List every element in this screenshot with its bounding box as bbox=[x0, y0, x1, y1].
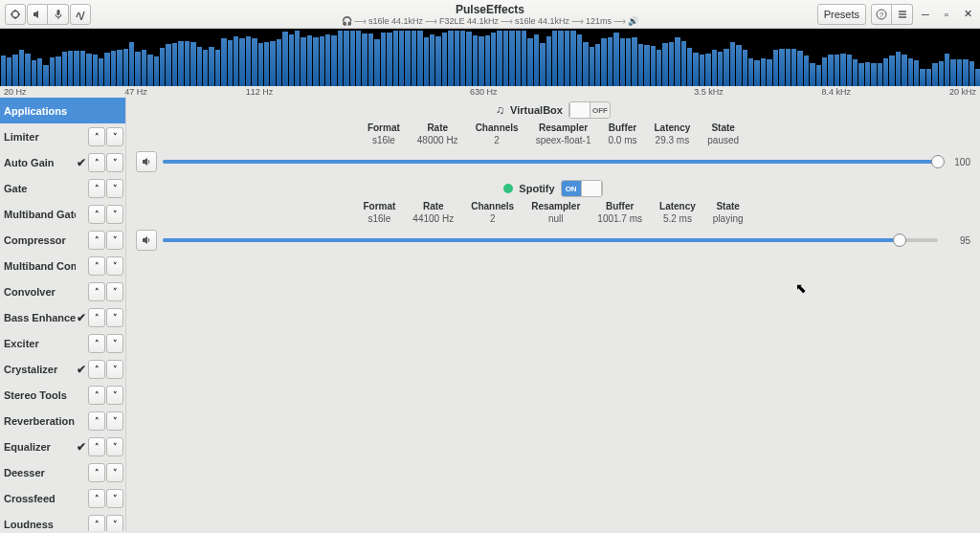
sidebar-item-label: Compressor bbox=[4, 234, 76, 246]
move-up-button[interactable]: ˄ bbox=[88, 308, 105, 327]
move-up-button[interactable]: ˄ bbox=[88, 437, 105, 456]
sidebar-item-label: Deesser bbox=[4, 467, 76, 478]
app-stats: Formats16leRate48000 HzChannels2Resample… bbox=[136, 122, 970, 145]
app-name: Spotify bbox=[519, 183, 554, 194]
app-enable-switch[interactable]: ON bbox=[561, 180, 603, 197]
move-down-button[interactable]: ˅ bbox=[106, 256, 123, 276]
sidebar-item-label: Gate bbox=[4, 183, 76, 194]
frequency-axis: 20 Hz 47 Hz 112 Hz 630 Hz 3.5 kHz 8.4 kH… bbox=[0, 86, 980, 98]
move-up-button[interactable]: ˄ bbox=[88, 282, 105, 301]
move-up-button[interactable]: ˄ bbox=[88, 179, 105, 198]
stat-channels: Channels2 bbox=[471, 201, 514, 224]
sidebar-item-label: Convolver bbox=[4, 286, 76, 298]
hamburger-button[interactable] bbox=[892, 4, 913, 25]
sidebar-item-compressor[interactable]: Compressor˄˅ bbox=[0, 227, 125, 253]
sidebar-item-reverberation[interactable]: Reverberation˄˅ bbox=[0, 408, 125, 433]
enabled-check: ✔ bbox=[76, 363, 87, 376]
enabled-check: ✔ bbox=[76, 156, 87, 169]
stat-latency: Latency29.3 ms bbox=[654, 122, 690, 145]
microphone-tab[interactable] bbox=[48, 4, 69, 25]
spotify-icon bbox=[503, 184, 513, 193]
maximize-button[interactable]: ▫ bbox=[938, 6, 955, 23]
sidebar-item-convolver[interactable]: Convolver˄˅ bbox=[0, 278, 125, 304]
sidebar-item-equalizer[interactable]: Equalizer✔˄˅ bbox=[0, 433, 125, 459]
sidebar-item-stereo-tools[interactable]: Stereo Tools˄˅ bbox=[0, 382, 125, 408]
move-up-button[interactable]: ˄ bbox=[88, 256, 105, 276]
move-up-button[interactable]: ˄ bbox=[88, 515, 105, 532]
move-up-button[interactable]: ˄ bbox=[88, 360, 105, 379]
sidebar-item-crystalizer[interactable]: Crystalizer✔˄˅ bbox=[0, 356, 125, 382]
move-down-button[interactable]: ˅ bbox=[106, 282, 123, 301]
sidebar-item-loudness[interactable]: Loudness˄˅ bbox=[0, 511, 125, 531]
move-down-button[interactable]: ˅ bbox=[106, 411, 123, 431]
pipeline-info: 🎧 ⟶s16le 44.1kHz ⟶F32LE 44.1kHz ⟶s16le 4… bbox=[342, 16, 638, 26]
move-down-button[interactable]: ˅ bbox=[106, 179, 123, 198]
spectrum-analyzer bbox=[0, 29, 980, 86]
move-down-button[interactable]: ˅ bbox=[106, 205, 123, 224]
sidebar-item-multiband-gate[interactable]: Multiband Gate˄˅ bbox=[0, 201, 125, 227]
move-down-button[interactable]: ˅ bbox=[106, 360, 123, 379]
volume-slider[interactable] bbox=[163, 153, 938, 170]
move-down-button[interactable]: ˅ bbox=[106, 437, 123, 456]
sidebar-item-bass-enhancer[interactable]: Bass Enhancer✔˄˅ bbox=[0, 304, 125, 330]
volume-row: 100 bbox=[136, 151, 970, 172]
app-block-virtualbox: ♫VirtualBoxOFFFormats16leRate48000 HzCha… bbox=[136, 101, 970, 172]
sidebar-item-label: Applications bbox=[4, 105, 123, 117]
speakers-tab[interactable] bbox=[27, 4, 48, 25]
sidebar-item-label: Multiband Gate bbox=[4, 209, 76, 220]
stat-latency: Latency5.2 ms bbox=[659, 201, 696, 224]
volume-value: 95 bbox=[944, 235, 970, 246]
move-down-button[interactable]: ˅ bbox=[106, 386, 123, 405]
move-up-button[interactable]: ˄ bbox=[88, 231, 105, 250]
move-down-button[interactable]: ˅ bbox=[106, 231, 123, 250]
app-header: SpotifyON bbox=[136, 180, 970, 197]
music-note-icon: ♫ bbox=[496, 103, 504, 117]
move-down-button[interactable]: ˅ bbox=[106, 489, 123, 508]
app-header: ♫VirtualBoxOFF bbox=[136, 101, 970, 119]
volume-value: 100 bbox=[944, 157, 970, 167]
volume-slider[interactable] bbox=[163, 232, 938, 249]
stat-format: Formats16le bbox=[368, 122, 400, 145]
svg-point-0 bbox=[12, 11, 19, 17]
mute-button[interactable] bbox=[136, 230, 157, 251]
sidebar-item-label: Reverberation bbox=[4, 415, 76, 427]
move-up-button[interactable]: ˄ bbox=[88, 153, 105, 172]
move-down-button[interactable]: ˅ bbox=[106, 515, 123, 532]
sidebar-item-deesser[interactable]: Deesser˄˅ bbox=[0, 459, 125, 485]
stat-buffer: Buffer1001.7 ms bbox=[597, 201, 642, 224]
close-button[interactable]: ✕ bbox=[959, 6, 976, 23]
minimize-button[interactable]: ─ bbox=[917, 6, 934, 23]
pipewire-button[interactable] bbox=[70, 4, 91, 25]
sidebar-item-label: Limiter bbox=[4, 131, 76, 143]
app-enable-switch[interactable]: OFF bbox=[568, 101, 611, 119]
sidebar-item-label: Crossfeed bbox=[4, 493, 76, 504]
mute-button[interactable] bbox=[136, 151, 157, 172]
help-button[interactable]: ? bbox=[871, 4, 892, 25]
app-block-spotify: SpotifyONFormats16leRate44100 HzChannels… bbox=[136, 180, 970, 251]
move-down-button[interactable]: ˅ bbox=[106, 308, 123, 327]
svg-rect-1 bbox=[56, 10, 59, 15]
move-down-button[interactable]: ˅ bbox=[106, 153, 123, 172]
stat-state: Stateplaying bbox=[713, 201, 744, 224]
move-up-button[interactable]: ˄ bbox=[88, 489, 105, 508]
sidebar-item-applications[interactable]: Applications bbox=[0, 98, 125, 123]
app-menu-button[interactable] bbox=[5, 4, 26, 25]
sidebar-item-gate[interactable]: Gate˄˅ bbox=[0, 175, 125, 201]
move-down-button[interactable]: ˅ bbox=[106, 334, 123, 353]
stat-rate: Rate44100 Hz bbox=[412, 201, 454, 224]
move-down-button[interactable]: ˅ bbox=[106, 463, 123, 482]
presets-button[interactable]: Presets bbox=[817, 4, 866, 25]
sidebar-item-exciter[interactable]: Exciter˄˅ bbox=[0, 330, 125, 356]
sidebar-item-auto-gain[interactable]: Auto Gain✔˄˅ bbox=[0, 149, 125, 175]
move-up-button[interactable]: ˄ bbox=[88, 386, 105, 405]
move-up-button[interactable]: ˄ bbox=[88, 463, 105, 482]
sidebar-item-crossfeed[interactable]: Crossfeed˄˅ bbox=[0, 485, 125, 511]
sidebar-item-limiter[interactable]: Limiter˄˅ bbox=[0, 123, 125, 149]
move-down-button[interactable]: ˅ bbox=[106, 127, 123, 146]
move-up-button[interactable]: ˄ bbox=[88, 205, 105, 224]
move-up-button[interactable]: ˄ bbox=[88, 411, 105, 431]
sidebar-item-multiband-compressor[interactable]: Multiband Compressor˄˅ bbox=[0, 253, 125, 278]
move-up-button[interactable]: ˄ bbox=[88, 127, 105, 146]
move-up-button[interactable]: ˄ bbox=[88, 334, 105, 353]
stat-rate: Rate48000 Hz bbox=[417, 122, 458, 145]
